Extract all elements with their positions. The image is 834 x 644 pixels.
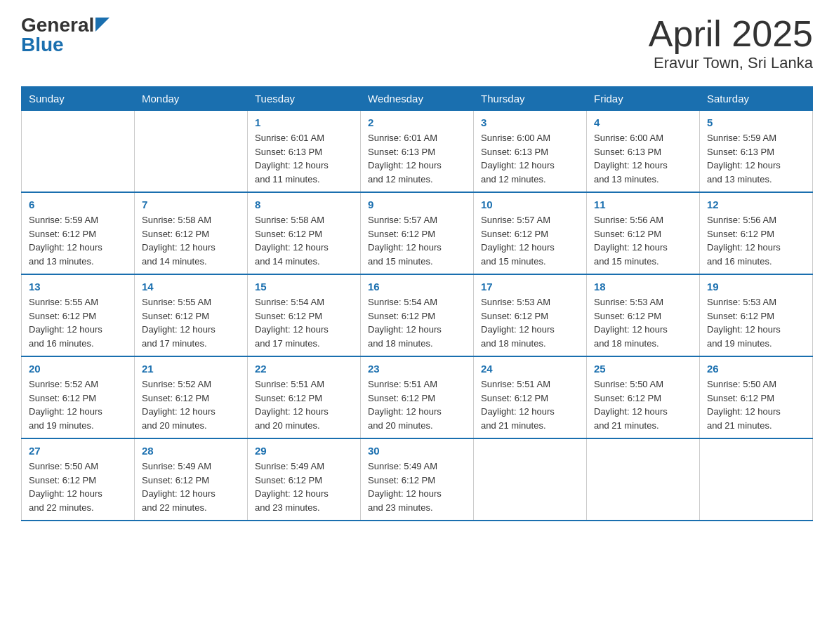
calendar-cell: 1Sunrise: 6:01 AM Sunset: 6:13 PM Daylig… <box>248 111 361 193</box>
header-day-sunday: Sunday <box>22 87 135 111</box>
header: General Blue April 2025 Eravur Town, Sri… <box>21 14 813 72</box>
day-info: Sunrise: 5:56 AM Sunset: 6:12 PM Dayligh… <box>707 213 805 268</box>
calendar-cell: 18Sunrise: 5:53 AM Sunset: 6:12 PM Dayli… <box>587 274 700 356</box>
day-info: Sunrise: 5:53 AM Sunset: 6:12 PM Dayligh… <box>707 295 805 350</box>
day-info: Sunrise: 5:54 AM Sunset: 6:12 PM Dayligh… <box>255 295 353 350</box>
day-number: 4 <box>594 116 692 128</box>
calendar-week-row: 1Sunrise: 6:01 AM Sunset: 6:13 PM Daylig… <box>22 111 813 193</box>
logo-blue-text: Blue <box>21 34 110 56</box>
logo-triangle-icon <box>95 18 110 32</box>
day-number: 12 <box>707 199 805 210</box>
day-number: 10 <box>481 199 579 210</box>
calendar-cell <box>700 438 813 521</box>
calendar-cell: 23Sunrise: 5:51 AM Sunset: 6:12 PM Dayli… <box>361 356 474 438</box>
day-number: 13 <box>29 281 127 293</box>
calendar-cell: 11Sunrise: 5:56 AM Sunset: 6:12 PM Dayli… <box>587 192 700 274</box>
calendar-cell: 3Sunrise: 6:00 AM Sunset: 6:13 PM Daylig… <box>474 111 587 193</box>
calendar-cell: 19Sunrise: 5:53 AM Sunset: 6:12 PM Dayli… <box>700 274 813 356</box>
title-area: April 2025 Eravur Town, Sri Lanka <box>649 14 813 72</box>
calendar-cell <box>135 111 248 193</box>
day-info: Sunrise: 5:57 AM Sunset: 6:12 PM Dayligh… <box>368 213 466 268</box>
day-info: Sunrise: 5:52 AM Sunset: 6:12 PM Dayligh… <box>142 377 240 432</box>
logo: General Blue <box>21 14 110 56</box>
calendar-cell: 13Sunrise: 5:55 AM Sunset: 6:12 PM Dayli… <box>22 274 135 356</box>
day-number: 23 <box>368 363 466 375</box>
calendar-cell <box>474 438 587 521</box>
calendar-subtitle: Eravur Town, Sri Lanka <box>649 54 813 72</box>
day-info: Sunrise: 5:57 AM Sunset: 6:12 PM Dayligh… <box>481 213 579 268</box>
day-number: 8 <box>255 199 353 210</box>
calendar-cell: 30Sunrise: 5:49 AM Sunset: 6:12 PM Dayli… <box>361 438 474 521</box>
calendar-cell <box>22 111 135 193</box>
calendar-cell: 24Sunrise: 5:51 AM Sunset: 6:12 PM Dayli… <box>474 356 587 438</box>
day-info: Sunrise: 6:01 AM Sunset: 6:13 PM Dayligh… <box>255 131 353 186</box>
day-number: 26 <box>707 363 805 375</box>
day-number: 16 <box>368 281 466 293</box>
day-info: Sunrise: 6:00 AM Sunset: 6:13 PM Dayligh… <box>594 131 692 186</box>
day-number: 28 <box>142 445 240 457</box>
day-number: 21 <box>142 363 240 375</box>
calendar-cell: 10Sunrise: 5:57 AM Sunset: 6:12 PM Dayli… <box>474 192 587 274</box>
header-day-monday: Monday <box>135 87 248 111</box>
svg-marker-0 <box>95 18 110 32</box>
day-number: 22 <box>255 363 353 375</box>
calendar-week-row: 13Sunrise: 5:55 AM Sunset: 6:12 PM Dayli… <box>22 274 813 356</box>
calendar-cell <box>587 438 700 521</box>
calendar-cell: 12Sunrise: 5:56 AM Sunset: 6:12 PM Dayli… <box>700 192 813 274</box>
day-number: 5 <box>707 116 805 128</box>
day-number: 18 <box>594 281 692 293</box>
day-number: 30 <box>368 445 466 457</box>
calendar-cell: 5Sunrise: 5:59 AM Sunset: 6:13 PM Daylig… <box>700 111 813 193</box>
day-number: 19 <box>707 281 805 293</box>
calendar-cell: 26Sunrise: 5:50 AM Sunset: 6:12 PM Dayli… <box>700 356 813 438</box>
calendar-cell: 6Sunrise: 5:59 AM Sunset: 6:12 PM Daylig… <box>22 192 135 274</box>
calendar-cell: 15Sunrise: 5:54 AM Sunset: 6:12 PM Dayli… <box>248 274 361 356</box>
day-info: Sunrise: 5:56 AM Sunset: 6:12 PM Dayligh… <box>594 213 692 268</box>
day-info: Sunrise: 5:53 AM Sunset: 6:12 PM Dayligh… <box>594 295 692 350</box>
day-info: Sunrise: 5:58 AM Sunset: 6:12 PM Dayligh… <box>142 213 240 268</box>
day-number: 24 <box>481 363 579 375</box>
day-info: Sunrise: 5:51 AM Sunset: 6:12 PM Dayligh… <box>368 377 466 432</box>
day-number: 27 <box>29 445 127 457</box>
calendar-week-row: 27Sunrise: 5:50 AM Sunset: 6:12 PM Dayli… <box>22 438 813 521</box>
day-number: 15 <box>255 281 353 293</box>
day-info: Sunrise: 5:50 AM Sunset: 6:12 PM Dayligh… <box>594 377 692 432</box>
day-number: 17 <box>481 281 579 293</box>
day-info: Sunrise: 5:55 AM Sunset: 6:12 PM Dayligh… <box>29 295 127 350</box>
day-info: Sunrise: 5:59 AM Sunset: 6:13 PM Dayligh… <box>707 131 805 186</box>
day-info: Sunrise: 5:53 AM Sunset: 6:12 PM Dayligh… <box>481 295 579 350</box>
header-day-thursday: Thursday <box>474 87 587 111</box>
day-info: Sunrise: 5:49 AM Sunset: 6:12 PM Dayligh… <box>368 459 466 514</box>
calendar-cell: 14Sunrise: 5:55 AM Sunset: 6:12 PM Dayli… <box>135 274 248 356</box>
calendar-week-row: 20Sunrise: 5:52 AM Sunset: 6:12 PM Dayli… <box>22 356 813 438</box>
calendar-cell: 7Sunrise: 5:58 AM Sunset: 6:12 PM Daylig… <box>135 192 248 274</box>
calendar-cell: 20Sunrise: 5:52 AM Sunset: 6:12 PM Dayli… <box>22 356 135 438</box>
calendar-cell: 25Sunrise: 5:50 AM Sunset: 6:12 PM Dayli… <box>587 356 700 438</box>
day-info: Sunrise: 5:49 AM Sunset: 6:12 PM Dayligh… <box>255 459 353 514</box>
day-info: Sunrise: 5:49 AM Sunset: 6:12 PM Dayligh… <box>142 459 240 514</box>
day-number: 20 <box>29 363 127 375</box>
calendar-table: SundayMondayTuesdayWednesdayThursdayFrid… <box>21 86 813 521</box>
day-info: Sunrise: 5:50 AM Sunset: 6:12 PM Dayligh… <box>707 377 805 432</box>
calendar-cell: 22Sunrise: 5:51 AM Sunset: 6:12 PM Dayli… <box>248 356 361 438</box>
calendar-cell: 21Sunrise: 5:52 AM Sunset: 6:12 PM Dayli… <box>135 356 248 438</box>
header-day-tuesday: Tuesday <box>248 87 361 111</box>
calendar-cell: 4Sunrise: 6:00 AM Sunset: 6:13 PM Daylig… <box>587 111 700 193</box>
day-number: 11 <box>594 199 692 210</box>
day-number: 1 <box>255 116 353 128</box>
calendar-cell: 27Sunrise: 5:50 AM Sunset: 6:12 PM Dayli… <box>22 438 135 521</box>
day-number: 7 <box>142 199 240 210</box>
day-info: Sunrise: 5:51 AM Sunset: 6:12 PM Dayligh… <box>481 377 579 432</box>
calendar-cell: 28Sunrise: 5:49 AM Sunset: 6:12 PM Dayli… <box>135 438 248 521</box>
calendar-cell: 17Sunrise: 5:53 AM Sunset: 6:12 PM Dayli… <box>474 274 587 356</box>
day-info: Sunrise: 5:51 AM Sunset: 6:12 PM Dayligh… <box>255 377 353 432</box>
calendar-cell: 16Sunrise: 5:54 AM Sunset: 6:12 PM Dayli… <box>361 274 474 356</box>
day-info: Sunrise: 6:01 AM Sunset: 6:13 PM Dayligh… <box>368 131 466 186</box>
calendar-header-row: SundayMondayTuesdayWednesdayThursdayFrid… <box>22 87 813 111</box>
day-number: 3 <box>481 116 579 128</box>
header-day-friday: Friday <box>587 87 700 111</box>
calendar-cell: 29Sunrise: 5:49 AM Sunset: 6:12 PM Dayli… <box>248 438 361 521</box>
calendar-cell: 9Sunrise: 5:57 AM Sunset: 6:12 PM Daylig… <box>361 192 474 274</box>
calendar-cell: 8Sunrise: 5:58 AM Sunset: 6:12 PM Daylig… <box>248 192 361 274</box>
day-info: Sunrise: 5:54 AM Sunset: 6:12 PM Dayligh… <box>368 295 466 350</box>
